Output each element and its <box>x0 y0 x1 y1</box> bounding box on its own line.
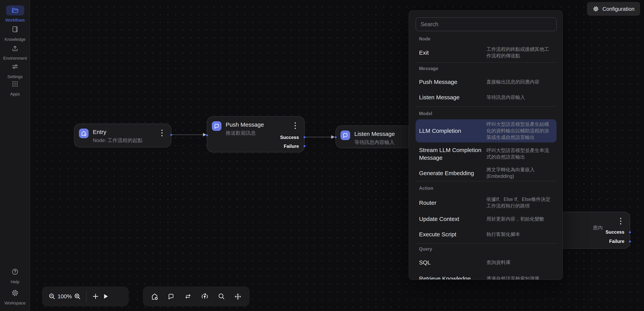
sliders-icon <box>11 63 19 70</box>
panel-divider <box>416 181 556 181</box>
search-input[interactable] <box>416 17 556 31</box>
canvas-zoom-toolbar: 100% <box>42 286 129 307</box>
zoom-level[interactable]: 100% <box>57 293 72 300</box>
panel-divider <box>416 106 556 107</box>
chat-bubble-icon <box>167 293 175 300</box>
zoom-in-button[interactable] <box>72 291 82 301</box>
catalog-item-push-message[interactable]: Push Message 直接輸出訊息的回應內容 <box>416 74 556 90</box>
catalog-item-router[interactable]: Router 依據If、Else If、Else條件決定工作流程執行的路徑 <box>416 194 556 212</box>
sidebar-active-pill <box>6 5 24 15</box>
sidebar-item-settings[interactable]: Settings <box>0 63 30 79</box>
node-menu-kebab-icon[interactable] <box>160 129 163 137</box>
add-entry-node-button[interactable] <box>150 291 160 301</box>
search-icon <box>218 293 225 300</box>
section-header-node: Node <box>419 36 430 41</box>
sidebar-item-knowledge[interactable]: Knowledge <box>0 25 30 41</box>
catalog-item-sql[interactable]: SQL 查詢資料庫 <box>416 255 556 270</box>
node-menu-kebab-icon[interactable] <box>294 122 296 130</box>
output-port-success[interactable] <box>304 136 306 138</box>
output-port[interactable] <box>170 134 172 136</box>
home-plus-icon <box>150 292 158 301</box>
edge-arrowhead <box>203 133 206 136</box>
output-port-success[interactable] <box>629 231 631 233</box>
catalog-item-desc: 等待訊息內容輸入 <box>486 94 556 101</box>
catalog-item-desc: 呼叫大型語言模型並產生結構化的資料輸出以輔助流程的決策或生成自然語言輸出 <box>486 121 556 141</box>
node-subtitle: 推送歡迎訊息 <box>226 130 256 137</box>
catalog-item-stream-llm-completion-message[interactable]: Stream LLM Completion Message 呼叫大型語言模型並產… <box>416 144 556 164</box>
sidebar-item-label: Settings <box>0 74 30 79</box>
port-label-failure: Failure <box>609 238 624 244</box>
toolbar-divider <box>86 291 87 302</box>
catalog-item-desc: 執行客製化腳本 <box>486 231 556 238</box>
node-subtitle-fragment: 應內 <box>593 224 603 231</box>
section-header-message: Message <box>419 66 438 71</box>
app-window: Entry Node: 工作流程的起點 Push Message 推送歡迎訊息 … <box>0 0 644 311</box>
locate-pin-icon <box>200 292 208 301</box>
node-subtitle: Node: 工作流程的起點 <box>93 137 143 144</box>
catalog-item-title: Execute Script <box>416 231 486 238</box>
port-label-success: Success <box>606 229 624 235</box>
catalog-item-desc: 查詢資料庫 <box>486 259 556 266</box>
node-title: Push Message <box>226 121 264 128</box>
sidebar-item-label: Workflows <box>0 18 30 22</box>
catalog-item-exit[interactable]: Exit 工作流程的終點或接續其他工作流程的傳送點 <box>416 44 556 62</box>
book-icon <box>11 25 19 33</box>
input-port[interactable] <box>206 134 208 136</box>
search-canvas-button[interactable] <box>216 291 226 301</box>
upload-icon <box>11 44 19 52</box>
catalog-item-execute-script[interactable]: Execute Script 執行客製化腳本 <box>416 227 556 242</box>
catalog-item-generate-embedding[interactable]: Generate Embedding 將文字轉化為向量嵌入(Embedding) <box>416 165 556 182</box>
catalog-item-retrieve-knowledge[interactable]: Retrieve Knowledge 透過自然語言檢索知識庫 <box>416 271 556 280</box>
canvas-tools-toolbar <box>143 286 250 307</box>
sidebar-item-label: Workspace <box>0 301 30 305</box>
catalog-item-listen-message[interactable]: Listen Message 等待訊息內容輸入 <box>416 89 556 105</box>
sidebar-item-environment[interactable]: Environment <box>0 44 30 60</box>
section-header-model: Model <box>419 111 432 116</box>
configuration-label: Configuration <box>602 6 634 12</box>
catalog-item-title: Exit <box>416 49 486 57</box>
pan-diamonds-icon <box>234 292 242 301</box>
locate-node-button[interactable] <box>200 291 210 301</box>
catalog-item-llm-completion[interactable]: LLM Completion 呼叫大型語言模型並產生結構化的資料輸出以輔助流程的… <box>416 119 556 142</box>
configuration-button[interactable]: Configuration <box>587 2 640 16</box>
sidebar-item-label: Environment <box>0 56 30 60</box>
catalog-item-desc: 透過自然語言檢索知識庫 <box>486 275 556 280</box>
sidebar-item-help[interactable]: Help <box>0 268 30 284</box>
catalog-item-title: LLM Completion <box>416 127 486 135</box>
sidebar-item-label: Apps <box>0 92 30 96</box>
help-circle-icon <box>11 268 19 276</box>
catalog-item-title: Push Message <box>416 78 486 86</box>
panel-divider <box>416 62 556 63</box>
gear-icon <box>593 6 599 12</box>
sidebar-item-workspace[interactable]: Workspace <box>0 289 30 305</box>
node-menu-kebab-icon[interactable] <box>619 217 622 225</box>
port-label-success: Success <box>280 134 299 140</box>
sidebar-item-label: Knowledge <box>0 37 30 41</box>
add-node-button[interactable] <box>90 291 100 301</box>
sidebar: Workflows Knowledge Environment <box>0 0 30 311</box>
output-port-failure[interactable] <box>304 145 306 147</box>
zoom-out-button[interactable] <box>47 291 57 301</box>
node-title: Entry <box>93 129 106 135</box>
catalog-item-title: Update Context <box>416 215 486 223</box>
chat-bubble-icon <box>340 130 350 140</box>
run-workflow-button[interactable] <box>100 291 110 301</box>
pan-mode-button[interactable] <box>233 291 243 301</box>
catalog-item-desc: 呼叫大型語言模型並產生串流式的自然語言輸出 <box>486 147 556 161</box>
node-entry[interactable]: Entry Node: 工作流程的起點 <box>74 124 172 147</box>
node-catalog-panel: Node Exit 工作流程的終點或接續其他工作流程的傳送點 Message P… <box>409 10 563 280</box>
output-port-failure[interactable] <box>629 241 631 243</box>
catalog-item-update-context[interactable]: Update Context 用於更新內容，初始化變數 <box>416 211 556 227</box>
comment-button[interactable] <box>166 291 176 301</box>
catalog-item-desc: 直接輸出訊息的回應內容 <box>486 79 556 85</box>
catalog-item-desc: 依據If、Else If、Else條件決定工作流程執行的路徑 <box>486 196 556 209</box>
sidebar-item-apps[interactable]: Apps <box>0 80 30 96</box>
sidebar-item-workflows[interactable]: Workflows <box>0 5 30 22</box>
swap-connections-button[interactable] <box>183 291 193 301</box>
node-title: Listen Message <box>354 130 395 137</box>
catalog-item-title: Generate Embedding <box>416 169 486 177</box>
node-push-message[interactable]: Push Message 推送歡迎訊息 Success Failure <box>207 116 305 152</box>
input-port[interactable] <box>335 136 337 138</box>
sidebar-item-label: Help <box>0 280 30 284</box>
catalog-item-title: Listen Message <box>416 93 486 101</box>
